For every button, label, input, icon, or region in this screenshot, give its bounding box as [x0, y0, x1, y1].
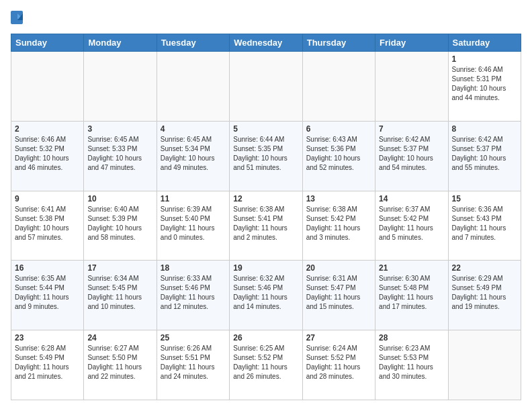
day-cell: 22Sunrise: 6:29 AM Sunset: 5:49 PM Dayli… — [448, 261, 521, 330]
day-number: 8 — [452, 124, 517, 134]
day-cell: 28Sunrise: 6:23 AM Sunset: 5:53 PM Dayli… — [375, 330, 448, 400]
day-cell — [11, 52, 84, 122]
day-info: Sunrise: 6:46 AM Sunset: 5:32 PM Dayligh… — [15, 135, 80, 173]
day-number: 15 — [452, 194, 517, 203]
day-info: Sunrise: 6:25 AM Sunset: 5:52 PM Dayligh… — [233, 344, 298, 381]
day-number: 7 — [379, 124, 444, 134]
day-info: Sunrise: 6:27 AM Sunset: 5:50 PM Dayligh… — [87, 344, 152, 381]
day-number: 17 — [87, 263, 152, 273]
day-cell: 3Sunrise: 6:45 AM Sunset: 5:33 PM Daylig… — [84, 121, 157, 191]
calendar-header: SundayMondayTuesdayWednesdayThursdayFrid… — [11, 34, 521, 52]
day-number: 2 — [15, 124, 80, 134]
calendar: SundayMondayTuesdayWednesdayThursdayFrid… — [11, 34, 521, 400]
day-number: 23 — [15, 333, 80, 342]
day-info: Sunrise: 6:42 AM Sunset: 5:37 PM Dayligh… — [379, 135, 444, 173]
day-cell: 4Sunrise: 6:45 AM Sunset: 5:34 PM Daylig… — [157, 121, 229, 191]
day-info: Sunrise: 6:31 AM Sunset: 5:47 PM Dayligh… — [306, 274, 371, 312]
day-cell: 25Sunrise: 6:26 AM Sunset: 5:51 PM Dayli… — [157, 330, 229, 400]
day-number: 28 — [379, 333, 444, 342]
day-info: Sunrise: 6:36 AM Sunset: 5:43 PM Dayligh… — [452, 205, 517, 242]
weekday-header-saturday: Saturday — [448, 34, 521, 52]
day-cell: 7Sunrise: 6:42 AM Sunset: 5:37 PM Daylig… — [375, 121, 448, 191]
day-number: 26 — [233, 333, 298, 342]
day-cell: 14Sunrise: 6:37 AM Sunset: 5:42 PM Dayli… — [375, 191, 448, 261]
day-cell — [302, 52, 375, 122]
day-info: Sunrise: 6:24 AM Sunset: 5:52 PM Dayligh… — [306, 344, 371, 381]
day-info: Sunrise: 6:40 AM Sunset: 5:39 PM Dayligh… — [87, 205, 152, 242]
day-number: 20 — [306, 263, 371, 273]
weekday-row: SundayMondayTuesdayWednesdayThursdayFrid… — [11, 34, 521, 52]
day-cell: 27Sunrise: 6:24 AM Sunset: 5:52 PM Dayli… — [302, 330, 375, 400]
weekday-header-tuesday: Tuesday — [157, 34, 229, 52]
day-number: 22 — [452, 263, 517, 273]
day-cell: 11Sunrise: 6:39 AM Sunset: 5:40 PM Dayli… — [157, 191, 229, 261]
day-info: Sunrise: 6:41 AM Sunset: 5:38 PM Dayligh… — [15, 205, 80, 242]
day-cell: 6Sunrise: 6:43 AM Sunset: 5:36 PM Daylig… — [302, 121, 375, 191]
week-row-5: 23Sunrise: 6:28 AM Sunset: 5:49 PM Dayli… — [11, 330, 521, 400]
day-number: 1 — [452, 54, 517, 64]
weekday-header-thursday: Thursday — [302, 34, 375, 52]
day-number: 18 — [161, 263, 226, 273]
week-row-3: 9Sunrise: 6:41 AM Sunset: 5:38 PM Daylig… — [11, 191, 521, 261]
week-row-1: 1Sunrise: 6:46 AM Sunset: 5:31 PM Daylig… — [11, 52, 521, 122]
day-info: Sunrise: 6:34 AM Sunset: 5:45 PM Dayligh… — [87, 274, 152, 312]
weekday-header-wednesday: Wednesday — [230, 34, 302, 52]
calendar-body: 1Sunrise: 6:46 AM Sunset: 5:31 PM Daylig… — [11, 52, 521, 400]
day-number: 6 — [306, 124, 371, 134]
day-cell: 13Sunrise: 6:38 AM Sunset: 5:42 PM Dayli… — [302, 191, 375, 261]
day-info: Sunrise: 6:37 AM Sunset: 5:42 PM Dayligh… — [379, 205, 444, 242]
day-number: 3 — [87, 124, 152, 134]
day-number: 27 — [306, 333, 371, 342]
logo-icon — [11, 11, 24, 27]
day-cell: 2Sunrise: 6:46 AM Sunset: 5:32 PM Daylig… — [11, 121, 84, 191]
day-cell: 18Sunrise: 6:33 AM Sunset: 5:46 PM Dayli… — [157, 261, 229, 330]
day-cell — [448, 330, 521, 400]
day-number: 13 — [306, 194, 371, 203]
day-cell: 9Sunrise: 6:41 AM Sunset: 5:38 PM Daylig… — [11, 191, 84, 261]
weekday-header-monday: Monday — [84, 34, 157, 52]
day-number: 5 — [233, 124, 298, 134]
day-cell — [84, 52, 157, 122]
day-number: 19 — [233, 263, 298, 273]
day-number: 24 — [87, 333, 152, 342]
day-cell — [230, 52, 302, 122]
day-info: Sunrise: 6:23 AM Sunset: 5:53 PM Dayligh… — [379, 344, 444, 381]
day-info: Sunrise: 6:42 AM Sunset: 5:37 PM Dayligh… — [452, 135, 517, 173]
day-info: Sunrise: 6:26 AM Sunset: 5:51 PM Dayligh… — [161, 344, 226, 381]
day-info: Sunrise: 6:35 AM Sunset: 5:44 PM Dayligh… — [15, 274, 80, 312]
day-number: 10 — [87, 194, 152, 203]
day-info: Sunrise: 6:44 AM Sunset: 5:35 PM Dayligh… — [233, 135, 298, 173]
day-info: Sunrise: 6:43 AM Sunset: 5:36 PM Dayligh… — [306, 135, 371, 173]
day-cell: 16Sunrise: 6:35 AM Sunset: 5:44 PM Dayli… — [11, 261, 84, 330]
header — [11, 11, 521, 27]
day-number: 4 — [161, 124, 226, 134]
day-number: 11 — [161, 194, 226, 203]
day-cell: 20Sunrise: 6:31 AM Sunset: 5:47 PM Dayli… — [302, 261, 375, 330]
day-cell: 26Sunrise: 6:25 AM Sunset: 5:52 PM Dayli… — [230, 330, 302, 400]
day-number: 9 — [15, 194, 80, 203]
day-cell: 24Sunrise: 6:27 AM Sunset: 5:50 PM Dayli… — [84, 330, 157, 400]
week-row-4: 16Sunrise: 6:35 AM Sunset: 5:44 PM Dayli… — [11, 261, 521, 330]
day-cell: 5Sunrise: 6:44 AM Sunset: 5:35 PM Daylig… — [230, 121, 302, 191]
day-info: Sunrise: 6:46 AM Sunset: 5:31 PM Dayligh… — [452, 65, 517, 103]
day-cell: 17Sunrise: 6:34 AM Sunset: 5:45 PM Dayli… — [84, 261, 157, 330]
day-number: 21 — [379, 263, 444, 273]
day-cell: 12Sunrise: 6:38 AM Sunset: 5:41 PM Dayli… — [230, 191, 302, 261]
day-info: Sunrise: 6:45 AM Sunset: 5:33 PM Dayligh… — [87, 135, 152, 173]
day-cell: 15Sunrise: 6:36 AM Sunset: 5:43 PM Dayli… — [448, 191, 521, 261]
weekday-header-friday: Friday — [375, 34, 448, 52]
day-info: Sunrise: 6:39 AM Sunset: 5:40 PM Dayligh… — [161, 205, 226, 242]
day-number: 16 — [15, 263, 80, 273]
page: SundayMondayTuesdayWednesdayThursdayFrid… — [0, 0, 532, 411]
day-cell — [157, 52, 229, 122]
day-number: 12 — [233, 194, 298, 203]
day-cell: 23Sunrise: 6:28 AM Sunset: 5:49 PM Dayli… — [11, 330, 84, 400]
day-cell: 19Sunrise: 6:32 AM Sunset: 5:46 PM Dayli… — [230, 261, 302, 330]
day-cell: 10Sunrise: 6:40 AM Sunset: 5:39 PM Dayli… — [84, 191, 157, 261]
day-cell: 21Sunrise: 6:30 AM Sunset: 5:48 PM Dayli… — [375, 261, 448, 330]
day-info: Sunrise: 6:45 AM Sunset: 5:34 PM Dayligh… — [161, 135, 226, 173]
logo — [11, 11, 27, 27]
day-info: Sunrise: 6:38 AM Sunset: 5:41 PM Dayligh… — [233, 205, 298, 242]
day-info: Sunrise: 6:38 AM Sunset: 5:42 PM Dayligh… — [306, 205, 371, 242]
day-info: Sunrise: 6:30 AM Sunset: 5:48 PM Dayligh… — [379, 274, 444, 312]
